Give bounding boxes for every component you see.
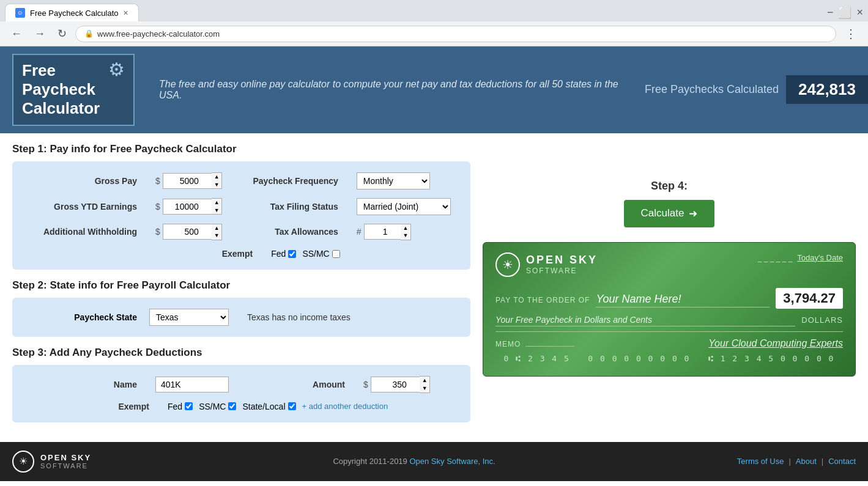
tab-favicon: ⊙ (15, 8, 25, 18)
footer-terms-link[interactable]: Terms of Use (737, 457, 784, 466)
browser-menu-button[interactable]: ⋮ (841, 25, 861, 42)
paycheck-state-select[interactable]: Texas Alabama Alaska Arizona Arkansas Ca… (149, 309, 229, 326)
deduction-name-label: Name (27, 380, 137, 389)
deduction-exempt-row: Exempt Fed SS/MC State/Local + add anoth (27, 402, 456, 411)
tab-title: Free Paycheck Calculato (30, 9, 119, 18)
deduction-exempt-fed-item: Fed (168, 402, 193, 411)
footer-copyright: Copyright 2011-2019 Open Sky Software, I… (103, 457, 725, 466)
gross-pay-label: Gross Pay (27, 176, 137, 186)
deduction-exempt-statelocal-checkbox[interactable] (288, 402, 296, 410)
footer-contact-link[interactable]: Contact (828, 457, 856, 466)
gross-pay-down[interactable]: ▼ (212, 181, 221, 189)
site-footer: ☀ OPEN SKY SOFTWARE Copyright 2011-2019 … (0, 442, 868, 481)
counter-value: 242,813 (786, 75, 868, 104)
gross-pay-spinner-btns: ▲ ▼ (212, 172, 222, 190)
deduction-exempt-fed-label: Fed (168, 402, 182, 411)
footer-sep-2: | (822, 457, 823, 466)
check-amount: 3,794.27 (776, 288, 843, 309)
check-dollars-label: DOLLARS (801, 315, 843, 325)
site-tagline: The free and easy online pay calculator … (147, 79, 645, 101)
step2-box: Paycheck State Texas Alabama Alaska Ariz… (12, 298, 470, 337)
gross-ytd-spinner[interactable]: ▲ ▼ (163, 198, 222, 215)
back-button[interactable]: ← (7, 26, 26, 42)
gross-pay-input[interactable] (163, 173, 212, 189)
footer-links: Terms of Use | About | Contact (737, 457, 856, 466)
gross-ytd-up[interactable]: ▲ (212, 199, 221, 207)
gross-ytd-field: $ ▲ ▼ (155, 198, 222, 215)
exempt-fed-item: Fed (271, 249, 296, 259)
reload-button[interactable]: ↻ (54, 26, 70, 42)
deduction-exempt-label: Exempt (39, 402, 149, 411)
additional-withholding-up[interactable]: ▲ (212, 224, 221, 232)
gross-ytd-input[interactable] (163, 199, 212, 215)
deduction-amount-spinner-btns: ▲ ▼ (420, 376, 430, 393)
main-content: Step 1: Pay info for Free Paycheck Calcu… (0, 133, 868, 442)
gross-ytd-spinner-btns: ▲ ▼ (212, 198, 222, 215)
browser-tab[interactable]: ⊙ Free Paycheck Calculato × (5, 4, 139, 21)
exempt-ssmc-checkbox[interactable] (332, 250, 340, 258)
url-text: www.free-paycheck-calculator.com (97, 29, 827, 39)
check-pay-row: PAY TO THE ORDER OF Your Name Here! 3,79… (495, 288, 843, 309)
tax-allowances-down[interactable]: ▼ (401, 232, 410, 240)
minimize-button[interactable]: − (827, 6, 834, 20)
exempt-ssmc-label: SS/MC (302, 249, 329, 259)
tax-allowances-input[interactable] (364, 224, 401, 240)
additional-withholding-label: Additional Withholding (27, 227, 137, 237)
window-controls: − ⬜ × (827, 6, 863, 20)
tax-allowances-label: Tax Allowances (240, 227, 338, 237)
gross-pay-spinner[interactable]: ▲ ▼ (163, 172, 222, 190)
check-signature: Your Cloud Computing Experts (708, 338, 843, 349)
footer-logo-text: OPEN SKY SOFTWARE (40, 453, 91, 469)
gross-ytd-row: Gross YTD Earnings $ ▲ ▼ Tax Filing Stat… (27, 198, 456, 215)
lock-icon: 🔒 (84, 29, 94, 38)
check-pay-label: PAY TO THE ORDER OF (495, 296, 590, 304)
deduction-amount-down[interactable]: ▼ (420, 385, 429, 392)
forward-button[interactable]: → (31, 26, 49, 42)
additional-withholding-spinner-btns: ▲ ▼ (212, 224, 222, 241)
step4-section: Step 4: Calculate ➜ (483, 180, 856, 227)
tab-close-button[interactable]: × (124, 8, 128, 18)
tax-allowances-spinner[interactable]: ▲ ▼ (364, 224, 411, 241)
close-window-button[interactable]: × (856, 6, 863, 20)
address-bar[interactable]: 🔒 www.free-paycheck-calculator.com (75, 26, 836, 42)
deduction-amount-input[interactable] (371, 377, 420, 392)
footer-about-link[interactable]: About (796, 457, 817, 466)
footer-logo-line2: SOFTWARE (40, 462, 91, 469)
calculate-arrow: ➜ (689, 207, 697, 220)
deduction-amount-spinner[interactable]: ▲ ▼ (371, 376, 430, 393)
gross-pay-up[interactable]: ▲ (212, 173, 221, 181)
footer-copyright-link[interactable]: Open Sky Software, Inc. (409, 457, 495, 466)
gross-ytd-down[interactable]: ▼ (212, 207, 221, 215)
check-payee: Your Name Here! (596, 293, 770, 307)
step1-box: Gross Pay $ ▲ ▼ Paycheck Frequency Month… (12, 161, 470, 270)
deduction-exempt-fed-checkbox[interactable] (185, 402, 193, 410)
step3-box: Name Amount $ ▲ ▼ Exempt (12, 365, 470, 422)
deduction-exempt-ssmc-label: SS/MC (199, 402, 226, 411)
deduction-name-input[interactable] (155, 377, 229, 392)
add-deduction-link[interactable]: + add another deduction (302, 402, 388, 411)
deduction-exempt-ssmc-checkbox[interactable] (228, 402, 236, 410)
tax-allowances-field: # ▲ ▼ (357, 224, 411, 241)
step3-title: Step 3: Add Any Paycheck Deductions (12, 347, 470, 359)
calculate-button[interactable]: Calculate ➜ (624, 200, 715, 227)
gross-ytd-dollar: $ (155, 202, 160, 212)
paycheck-frequency-select[interactable]: Monthly Weekly Bi-Weekly Semi-Monthly Qu… (357, 172, 430, 190)
left-column: Step 1: Pay info for Free Paycheck Calcu… (12, 143, 470, 432)
site-logo: ⚙ Free Paycheck Calculator (12, 54, 135, 126)
additional-withholding-down[interactable]: ▼ (212, 232, 221, 240)
maximize-button[interactable]: ⬜ (838, 6, 851, 20)
browser-navbar: ← → ↻ 🔒 www.free-paycheck-calculator.com… (0, 21, 868, 46)
additional-withholding-input[interactable] (163, 224, 212, 240)
deduction-amount-up[interactable]: ▲ (420, 377, 429, 385)
check-routing: 0 ⑆ 2 3 4 5 0 0 0 0 0 0 0 0 0 ⑆ 1 2 3 4 … (495, 354, 843, 363)
counter-label: Free Paychecks Calculated (645, 83, 786, 96)
gross-pay-row: Gross Pay $ ▲ ▼ Paycheck Frequency Month… (27, 172, 456, 190)
check-date-text: Today's Date (797, 253, 843, 262)
exempt-fed-checkbox[interactable] (288, 250, 296, 258)
tax-filing-status-select[interactable]: Married (Joint) Single Married (Separate… (357, 198, 451, 215)
exempt-label: Exempt (143, 249, 253, 259)
tax-allowances-up[interactable]: ▲ (401, 224, 410, 232)
check-memo-left: MEMO (495, 339, 574, 348)
additional-withholding-spinner[interactable]: ▲ ▼ (163, 224, 222, 241)
check-logo-line2: SOFTWARE (526, 267, 598, 275)
